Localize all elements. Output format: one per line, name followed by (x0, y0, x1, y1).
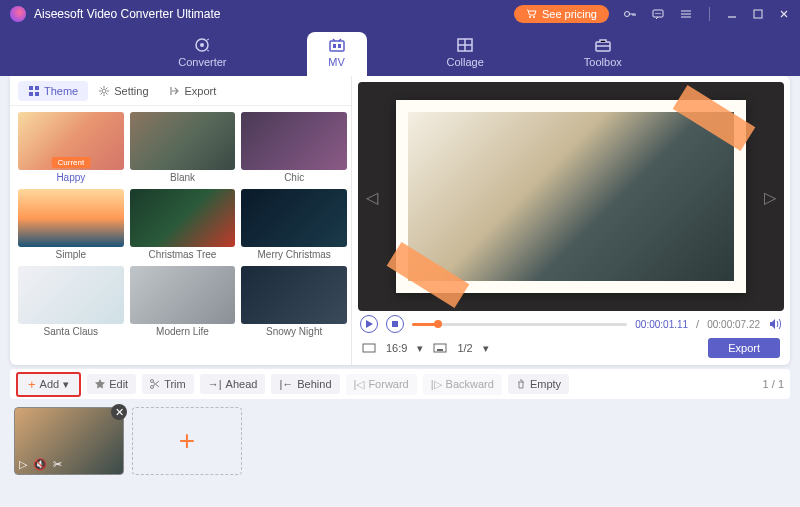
minimize-button[interactable] (726, 8, 738, 20)
aspect-icon[interactable] (362, 343, 376, 353)
add-button[interactable]: +Add▾ (16, 372, 81, 397)
theme-label: Modern Life (156, 326, 209, 337)
theme-thumbnail (130, 112, 236, 170)
svg-point-6 (659, 13, 660, 14)
prev-arrow-icon[interactable]: ◁ (366, 187, 378, 206)
add-clip-button[interactable]: + (132, 407, 242, 475)
maximize-button[interactable] (752, 8, 764, 20)
svg-rect-18 (35, 92, 39, 96)
stop-button[interactable] (386, 315, 404, 333)
left-panel: Theme Setting Export CurrentHappyBlankCh… (10, 76, 352, 365)
svg-rect-21 (363, 344, 375, 352)
tab-theme[interactable]: Theme (18, 81, 88, 101)
svg-rect-7 (754, 10, 762, 18)
theme-modern-life[interactable]: Modern Life (130, 266, 236, 337)
svg-rect-11 (333, 44, 336, 48)
clip-controls: ▷ 🔇 ✂ (19, 458, 62, 471)
menu-icon[interactable] (679, 7, 693, 21)
remove-clip-button[interactable]: ✕ (111, 404, 127, 420)
app-logo (10, 6, 26, 22)
theme-simple[interactable]: Simple (18, 189, 124, 260)
svg-rect-15 (29, 86, 33, 90)
ahead-button[interactable]: →|Ahead (200, 374, 266, 394)
empty-button[interactable]: Empty (508, 374, 569, 394)
theme-blank[interactable]: Blank (130, 112, 236, 183)
nav-mv[interactable]: MV (307, 32, 367, 76)
theme-label: Blank (170, 172, 195, 183)
video-preview[interactable]: ◁ ▷ (358, 82, 784, 311)
tab-setting[interactable]: Setting (88, 81, 158, 101)
total-time: 00:00:07.22 (707, 319, 760, 330)
star-icon (95, 379, 105, 389)
nav-toolbox[interactable]: Toolbox (564, 32, 642, 76)
svg-point-2 (625, 12, 630, 17)
aspect-dropdown[interactable]: ▾ (417, 342, 423, 355)
page-indicator: 1 / 1 (763, 378, 784, 390)
clip-toolbar: +Add▾ Edit Trim →|Ahead |←Behind |◁Forwa… (10, 369, 790, 399)
main-nav: Converter MV Collage Toolbox (0, 28, 800, 76)
svg-point-5 (657, 13, 658, 14)
behind-button[interactable]: |←Behind (271, 374, 339, 394)
volume-icon[interactable] (768, 317, 782, 331)
gear-icon (98, 85, 110, 97)
grid-icon (28, 85, 40, 97)
toolbox-icon (593, 36, 613, 54)
theme-label: Chic (284, 172, 304, 183)
theme-merry-christmas[interactable]: Merry Christmas (241, 189, 347, 260)
theme-label: Santa Claus (44, 326, 98, 337)
titlebar-actions (623, 7, 790, 21)
svg-point-9 (200, 43, 204, 47)
tape-decoration (387, 242, 470, 308)
clip-trim-icon[interactable]: ✂ (53, 458, 62, 471)
svg-rect-20 (392, 321, 398, 327)
theme-santa-claus[interactable]: Santa Claus (18, 266, 124, 337)
nav-converter[interactable]: Converter (158, 32, 246, 76)
svg-rect-23 (437, 349, 443, 351)
info-bar: 16:9 ▾ 1/2 ▾ Export (358, 337, 784, 359)
clip-mute-icon[interactable]: 🔇 (33, 458, 47, 471)
tab-export[interactable]: Export (159, 81, 227, 101)
tape-decoration (673, 85, 756, 151)
backward-button[interactable]: |▷Backward (423, 374, 502, 395)
export-button[interactable]: Export (708, 338, 780, 358)
theme-thumbnail (18, 189, 124, 247)
trim-button[interactable]: Trim (142, 374, 194, 394)
aspect-ratio: 16:9 (386, 342, 407, 354)
scale-icon[interactable] (433, 343, 447, 353)
svg-rect-12 (338, 44, 341, 48)
clip-play-icon[interactable]: ▷ (19, 458, 27, 471)
preview-frame (396, 100, 746, 293)
scale-dropdown[interactable]: ▾ (483, 342, 489, 355)
trash-icon (516, 379, 526, 389)
plus-icon: + (179, 425, 195, 457)
edit-button[interactable]: Edit (87, 374, 136, 394)
nav-collage[interactable]: Collage (427, 32, 504, 76)
theme-chic[interactable]: Chic (241, 112, 347, 183)
key-icon[interactable] (623, 7, 637, 21)
forward-button[interactable]: |◁Forward (346, 374, 417, 395)
seek-slider[interactable] (412, 323, 627, 326)
right-panel: ◁ ▷ 00:00:01.11/00:00:07.22 16:9 ▾ 1/2 ▾… (352, 76, 790, 365)
svg-rect-16 (35, 86, 39, 90)
export-icon (169, 85, 181, 97)
next-arrow-icon[interactable]: ▷ (764, 187, 776, 206)
svg-rect-17 (29, 92, 33, 96)
app-title: Aiseesoft Video Converter Ultimate (34, 7, 514, 21)
play-button[interactable] (360, 315, 378, 333)
cart-icon (526, 9, 538, 19)
timeline-clip[interactable]: ✕ ▷ 🔇 ✂ (14, 407, 124, 475)
svg-rect-10 (330, 41, 344, 51)
theme-christmas-tree[interactable]: Christmas Tree (130, 189, 236, 260)
theme-label: Christmas Tree (149, 249, 217, 260)
timeline: ✕ ▷ 🔇 ✂ + (10, 403, 790, 483)
current-tag: Current (51, 157, 90, 168)
scissors-icon (150, 379, 160, 389)
theme-happy[interactable]: CurrentHappy (18, 112, 124, 183)
player-controls: 00:00:01.11/00:00:07.22 (358, 311, 784, 337)
close-button[interactable] (778, 8, 790, 20)
feedback-icon[interactable] (651, 7, 665, 21)
theme-thumbnail (241, 266, 347, 324)
see-pricing-button[interactable]: See pricing (514, 5, 609, 23)
subtabs: Theme Setting Export (10, 76, 351, 106)
theme-snowy-night[interactable]: Snowy Night (241, 266, 347, 337)
